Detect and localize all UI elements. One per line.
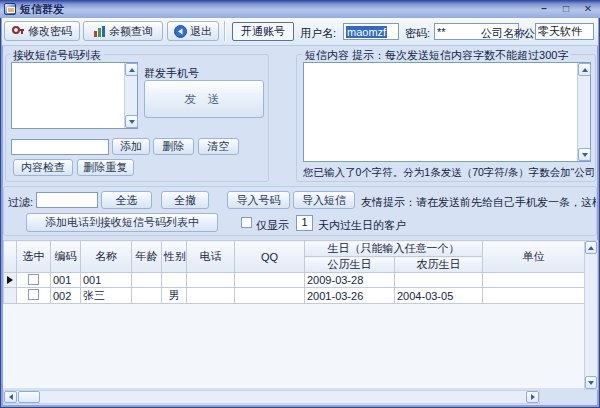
- send-button[interactable]: 发 送: [144, 80, 264, 118]
- balance-query-button[interactable]: 余额查询: [83, 21, 163, 41]
- scrollbar-thumb[interactable]: [18, 391, 40, 403]
- cell-unit[interactable]: [483, 288, 585, 304]
- username-input[interactable]: maomzf: [343, 23, 399, 40]
- password-value: **: [437, 26, 446, 38]
- import-numbers-button[interactable]: 导入号码: [227, 191, 290, 209]
- add-number-input[interactable]: [11, 139, 109, 155]
- table-horizontal-scrollbar[interactable]: [3, 390, 540, 404]
- scroll-down-icon[interactable]: [578, 148, 591, 161]
- sms-content-group: 短信内容 提示：每次发送短信内容字数不能超过300字 您已输入了0个字符。分为1…: [296, 54, 596, 182]
- scroll-right-icon[interactable]: [526, 391, 539, 403]
- col-age[interactable]: 年龄: [132, 241, 162, 273]
- cell-lunar-birthday[interactable]: [395, 273, 483, 288]
- phone-number-listbox[interactable]: [11, 62, 138, 129]
- cell-unit[interactable]: [483, 273, 585, 288]
- table-row[interactable]: 001 001 2009-03-28: [4, 273, 585, 288]
- cell-phone[interactable]: [187, 288, 235, 304]
- bulk-send-label: 群发手机号: [144, 66, 199, 81]
- remove-duplicate-label: 删除重复: [84, 160, 128, 175]
- filter-input[interactable]: [36, 192, 98, 208]
- only-show-label: 仅显示: [256, 218, 289, 233]
- delete-button[interactable]: 删除: [153, 138, 194, 155]
- add-button[interactable]: 添加: [112, 138, 150, 155]
- maximize-button[interactable]: □: [558, 3, 574, 16]
- cell-qq[interactable]: [235, 288, 305, 304]
- cell-qq[interactable]: [235, 273, 305, 288]
- cell-name[interactable]: 张三: [81, 288, 132, 304]
- listbox-scrollbar[interactable]: [124, 63, 137, 128]
- row-checkbox-cell[interactable]: [17, 288, 51, 304]
- current-row-marker: [4, 273, 17, 288]
- deselect-all-button[interactable]: 全撤: [161, 191, 209, 209]
- remove-duplicate-button[interactable]: 删除重复: [77, 159, 134, 176]
- scroll-up-icon[interactable]: [125, 63, 138, 76]
- cell-age[interactable]: [132, 288, 162, 304]
- col-name[interactable]: 名称: [81, 241, 132, 273]
- col-code[interactable]: 编码: [51, 241, 81, 273]
- row-checkbox-cell[interactable]: [17, 273, 51, 288]
- cell-code[interactable]: 001: [51, 273, 81, 288]
- col-qq[interactable]: QQ: [235, 241, 305, 273]
- cell-solar-birthday[interactable]: 2001-03-26: [305, 288, 395, 304]
- minimize-button[interactable]: –: [536, 3, 552, 16]
- company-name-input[interactable]: 零天软件: [535, 23, 594, 40]
- cell-solar-birthday[interactable]: 2009-03-28: [305, 273, 395, 288]
- table-vertical-scrollbar[interactable]: [584, 240, 598, 390]
- col-unit[interactable]: 单位: [483, 241, 585, 273]
- import-numbers-label: 导入号码: [237, 193, 281, 208]
- username-label: 用户名:: [300, 26, 336, 41]
- filter-label: 过滤:: [8, 195, 33, 210]
- days-suffix-label: 天内过生日的客户: [318, 218, 406, 233]
- add-phones-to-list-label: 添加电话到接收短信号码列表中: [45, 215, 199, 230]
- col-birthday-group[interactable]: 生日（只能输入任意一个）: [305, 241, 483, 257]
- change-password-button[interactable]: 修改密码: [4, 21, 80, 41]
- toolbar-separator: [224, 21, 225, 41]
- app-window: 短信群发 – □ ✕ 修改密码 余额查询: [0, 0, 600, 408]
- row-indicator-header: [4, 241, 17, 273]
- scroll-down-icon[interactable]: [125, 115, 138, 128]
- row-checkbox[interactable]: [28, 274, 39, 285]
- cell-phone[interactable]: [187, 273, 235, 288]
- send-button-label: 发 送: [184, 91, 223, 108]
- scroll-up-icon[interactable]: [585, 241, 597, 254]
- cell-gender[interactable]: 男: [162, 288, 187, 304]
- scroll-down-icon[interactable]: [585, 376, 597, 389]
- cell-code[interactable]: 002: [51, 288, 81, 304]
- clear-button-label: 清空: [208, 139, 230, 154]
- days-input[interactable]: 1: [296, 215, 313, 231]
- company-name-value: 零天软件: [538, 24, 582, 39]
- col-phone[interactable]: 电话: [187, 241, 235, 273]
- days-value: 1: [301, 216, 307, 228]
- col-selected[interactable]: 选中: [17, 241, 51, 273]
- sms-content-header: 短信内容 提示：每次发送短信内容字数不能超过300字: [302, 48, 571, 63]
- deselect-all-label: 全撤: [174, 193, 196, 208]
- scroll-left-icon[interactable]: [4, 391, 17, 403]
- col-solar-birthday[interactable]: 公历生日: [305, 257, 395, 273]
- close-button[interactable]: ✕: [580, 3, 596, 16]
- only-show-checkbox[interactable]: [241, 217, 252, 228]
- cell-name[interactable]: 001: [81, 273, 132, 288]
- col-gender[interactable]: 性别: [162, 241, 187, 273]
- open-account-button[interactable]: 开通账号: [232, 22, 294, 41]
- delete-button-label: 删除: [163, 139, 185, 154]
- sms-content-textarea[interactable]: [303, 62, 591, 162]
- content-check-button[interactable]: 内容检查: [13, 159, 73, 176]
- clear-button[interactable]: 清空: [198, 138, 239, 155]
- add-phones-to-list-button[interactable]: 添加电话到接收短信号码列表中: [26, 213, 218, 232]
- row-checkbox[interactable]: [28, 289, 39, 300]
- cell-lunar-birthday[interactable]: 2004-03-05: [395, 288, 483, 304]
- table-header-row: 选中 编码 名称 年龄 性别 电话 QQ 生日（只能输入任意一个） 单位: [4, 241, 585, 257]
- scroll-up-icon[interactable]: [578, 63, 591, 76]
- exit-button[interactable]: 退出: [167, 21, 219, 41]
- col-lunar-birthday[interactable]: 农历生日: [395, 257, 483, 273]
- import-sms-button[interactable]: 导入短信: [293, 191, 355, 209]
- table-row[interactable]: 002 张三 男 2001-03-26 2004-03-05: [4, 288, 585, 304]
- change-password-label: 修改密码: [28, 24, 72, 39]
- cell-age[interactable]: [132, 273, 162, 288]
- textarea-scrollbar[interactable]: [577, 63, 590, 161]
- password-label: 密码:: [405, 26, 430, 41]
- select-all-button[interactable]: 全选: [101, 191, 152, 209]
- cell-gender[interactable]: [162, 273, 187, 288]
- balance-query-label: 余额查询: [109, 24, 153, 39]
- customer-table[interactable]: 选中 编码 名称 年龄 性别 电话 QQ 生日（只能输入任意一个） 单位 公历生…: [3, 240, 585, 304]
